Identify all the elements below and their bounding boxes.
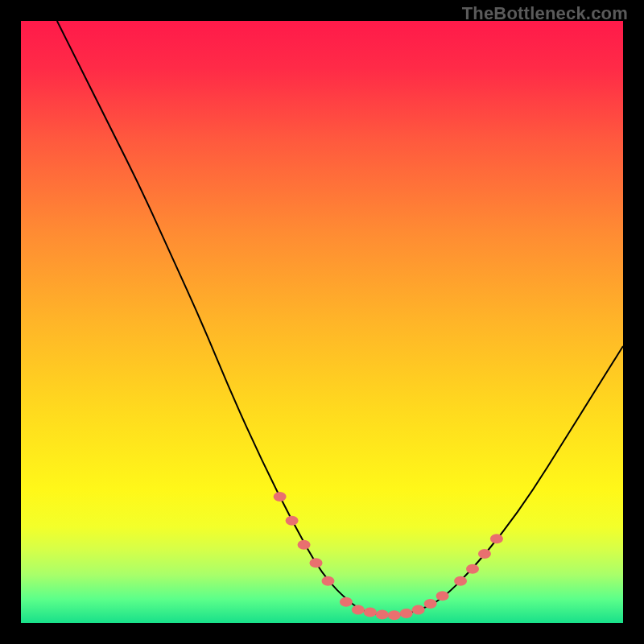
- highlight-dot: [376, 610, 389, 620]
- highlight-dot: [466, 564, 479, 574]
- highlight-dot: [321, 576, 334, 586]
- highlight-dot: [388, 610, 401, 620]
- highlight-dot: [274, 492, 287, 502]
- highlight-dot: [412, 605, 425, 615]
- highlight-dot: [424, 599, 437, 609]
- highlight-dot: [490, 534, 503, 543]
- highlight-points: [21, 21, 623, 623]
- highlight-dot: [400, 609, 413, 618]
- highlight-dot: [478, 549, 491, 559]
- highlight-dot: [310, 558, 323, 568]
- watermark-text: TheBottleneck.com: [462, 3, 628, 24]
- highlight-dot: [298, 540, 311, 550]
- highlight-dot: [364, 608, 377, 617]
- highlight-dot: [454, 576, 467, 586]
- highlight-dot: [340, 597, 353, 607]
- highlight-dot: [286, 516, 299, 526]
- highlight-dot: [436, 591, 449, 601]
- chart-plot-area: [21, 21, 623, 623]
- highlight-dot: [352, 605, 365, 615]
